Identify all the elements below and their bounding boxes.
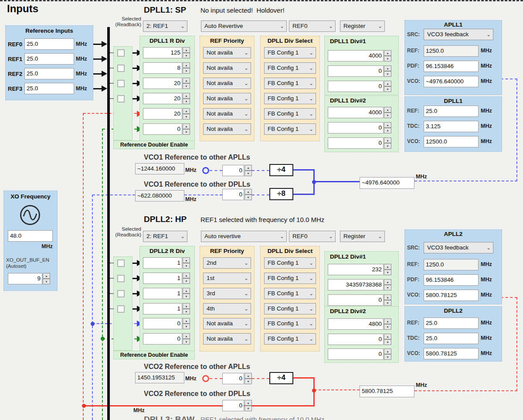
spinner-up-button[interactable]: ▲	[384, 264, 391, 270]
dpll2-tdc-value[interactable]: 25.0	[424, 333, 479, 344]
apll2-vco-value[interactable]: 5800.78125	[424, 290, 479, 301]
dpll2-div1-value-1[interactable]: 232	[328, 264, 384, 275]
dpll2-div-select-dropdown-2[interactable]: FB Config 1⌄	[264, 273, 316, 284]
dpll1-div-select-dropdown-1[interactable]: FB Config 1⌄	[264, 47, 316, 58]
dpll2-div-select-dropdown-4[interactable]: FB Config 1⌄	[264, 303, 316, 314]
dpll2-div-select-dropdown-1[interactable]: FB Config 1⌄	[264, 257, 316, 269]
spinner-down-button[interactable]: ▼	[43, 279, 50, 284]
dpll1-div2-value-3[interactable]: 0	[328, 137, 384, 149]
dpll1-div2-value-1[interactable]: 4000	[328, 107, 384, 118]
dpll2-ref-priority-dropdown-5[interactable]: Not availa⌄	[203, 318, 251, 329]
vco1-to-aplls-spin-value[interactable]: 0	[222, 165, 244, 176]
spinner-down-button[interactable]: ▼	[384, 128, 391, 133]
spinner-up-button[interactable]: ▲	[183, 288, 190, 294]
spinner-up-button[interactable]: ▲	[384, 348, 391, 354]
dpll1-div-select-dropdown-3[interactable]: FB Config 1⌄	[264, 78, 316, 89]
spinner-down-button[interactable]: ▼	[384, 324, 391, 330]
spinner-down-button[interactable]: ▼	[384, 86, 391, 92]
spinner-up-button[interactable]: ▲	[183, 93, 190, 99]
dpll1-revertive-mode-dropdown[interactable]: Auto Revertive⌄	[201, 20, 287, 32]
dpll2-vco-value[interactable]: 5800.78125	[424, 348, 479, 359]
spinner-down-button[interactable]: ▼	[384, 270, 391, 275]
dpll1-ref-priority-dropdown-4[interactable]: Not availa⌄	[203, 93, 251, 104]
spinner-up-button[interactable]: ▲	[384, 81, 391, 86]
dpll1-ref-priority-dropdown-2[interactable]: Not availa⌄	[203, 62, 251, 74]
spinner-down-button[interactable]: ▼	[183, 83, 190, 89]
spinner-up-button[interactable]: ▲	[384, 107, 391, 113]
spinner-up-button[interactable]: ▲	[245, 400, 252, 406]
spinner-down-button[interactable]: ▼	[183, 278, 190, 284]
dpll1-div2-value-2[interactable]: 0	[328, 122, 384, 133]
dpll1-control-mode-dropdown[interactable]: Register⌄	[340, 20, 385, 32]
vco1-output-value[interactable]: ~4976.640000	[360, 177, 414, 189]
vco2-output-value[interactable]: 5800.78125	[360, 386, 414, 397]
dpll2-div2-value-3[interactable]: 0	[328, 348, 384, 360]
dpll2-rdiv-value-5[interactable]: 0	[143, 318, 182, 329]
dpll2-doubler-checkbox-4[interactable]	[117, 305, 125, 313]
spinner-up-button[interactable]: ▲	[183, 257, 190, 263]
apll1-vco-value[interactable]: ~4976.640000	[424, 76, 479, 87]
dpll2-ref-priority-dropdown-1[interactable]: 2nd⌄	[203, 257, 251, 269]
vco2-to-dplls-spin-value[interactable]: 0	[222, 400, 244, 411]
dpll1-doubler-checkbox-3[interactable]	[117, 80, 125, 87]
dpll1-rdiv-value-2[interactable]: 8	[143, 62, 182, 74]
spinner-up-button[interactable]: ▲	[245, 165, 252, 171]
dpll2-div-select-dropdown-5[interactable]: FB Config 1⌄	[264, 318, 316, 329]
dpll1-div1-value-1[interactable]: 4000	[328, 50, 384, 61]
apll2-src-dropdown[interactable]: VCO3 feedback⌄	[424, 242, 493, 253]
dpll2-rdiv-value-6[interactable]: 0	[143, 333, 182, 345]
spinner-up-button[interactable]: ▲	[183, 78, 190, 83]
ref0-frequency-input[interactable]: 25.0	[24, 38, 74, 50]
spinner-down-button[interactable]: ▼	[183, 53, 190, 58]
dpll1-ref-priority-dropdown-5[interactable]: Not availa⌄	[203, 108, 251, 120]
dpll2-div2-value-1[interactable]: 4800	[328, 318, 384, 330]
spinner-up-button[interactable]: ▲	[384, 318, 391, 324]
spinner-down-button[interactable]: ▼	[183, 129, 190, 135]
dpll1-ref-value[interactable]: 25.0	[424, 106, 479, 117]
spinner-down-button[interactable]: ▼	[245, 171, 252, 176]
spinner-up-button[interactable]: ▲	[183, 123, 190, 129]
spinner-down-button[interactable]: ▼	[183, 309, 190, 314]
spinner-down-button[interactable]: ▼	[245, 406, 252, 411]
dpll2-revertive-mode-dropdown[interactable]: Auto revertive⌄	[201, 231, 287, 242]
spinner-up-button[interactable]: ▲	[384, 294, 391, 300]
dpll2-ref-value[interactable]: 25.0	[424, 318, 479, 329]
spinner-up-button[interactable]: ▲	[183, 318, 190, 324]
spinner-up-button[interactable]: ▲	[384, 50, 391, 56]
dpll2-rdiv-value-4[interactable]: 1	[143, 303, 182, 314]
dpll1-div1-value-2[interactable]: 0	[328, 65, 384, 77]
spinner-down-button[interactable]: ▼	[384, 143, 391, 149]
spinner-up-button[interactable]: ▲	[384, 65, 391, 71]
spinner-down-button[interactable]: ▼	[183, 68, 190, 74]
dpll1-ref-priority-dropdown-6[interactable]: Not availa⌄	[203, 123, 251, 135]
spinner-down-button[interactable]: ▼	[384, 354, 391, 360]
spinner-up-button[interactable]: ▲	[183, 303, 190, 309]
dpll1-rdiv-value-3[interactable]: 20	[143, 78, 182, 89]
dpll1-ref-priority-dropdown-1[interactable]: Not availa⌄	[203, 47, 251, 58]
dpll2-ref-priority-dropdown-6[interactable]: Not availa⌄	[203, 333, 251, 345]
dpll1-rdiv-value-6[interactable]: 0	[143, 123, 182, 135]
dpll2-div1-value-2[interactable]: 34359738368	[328, 279, 384, 290]
dpll2-div-select-dropdown-3[interactable]: FB Config 1⌄	[264, 288, 316, 299]
xo-frequency-input[interactable]: 48.0	[8, 230, 53, 242]
spinner-up-button[interactable]: ▲	[245, 189, 252, 195]
dpll1-vco-value[interactable]: 12500.0	[424, 136, 479, 147]
spinner-down-button[interactable]: ▼	[384, 113, 391, 118]
dpll2-doubler-checkbox-1[interactable]	[117, 260, 125, 267]
dpll2-doubler-checkbox-2[interactable]	[117, 275, 125, 282]
spinner-down-button[interactable]: ▼	[384, 339, 391, 345]
spinner-up-button[interactable]: ▲	[384, 122, 391, 128]
dpll2-control-mode-dropdown[interactable]: Register⌄	[340, 231, 385, 242]
dpll1-reference-select-dropdown[interactable]: REF0⌄	[289, 20, 336, 32]
spinner-down-button[interactable]: ▼	[183, 294, 190, 299]
dpll1-selected-readback-dropdown[interactable]: 2: REF1⌄	[143, 20, 187, 32]
spinner-down-button[interactable]: ▼	[183, 339, 190, 345]
spinner-up-button[interactable]: ▲	[245, 373, 252, 379]
spinner-up-button[interactable]: ▲	[183, 47, 190, 53]
dpll1-rdiv-value-4[interactable]: 20	[143, 93, 182, 104]
xo-out-buf-en-value[interactable]: 9	[8, 273, 42, 284]
dpll1-doubler-checkbox-1[interactable]	[117, 49, 125, 57]
apll1-pdf-value[interactable]: 96.153846	[424, 61, 479, 72]
spinner-down-button[interactable]: ▼	[384, 300, 391, 306]
dpll1-div-select-dropdown-2[interactable]: FB Config 1⌄	[264, 62, 316, 74]
